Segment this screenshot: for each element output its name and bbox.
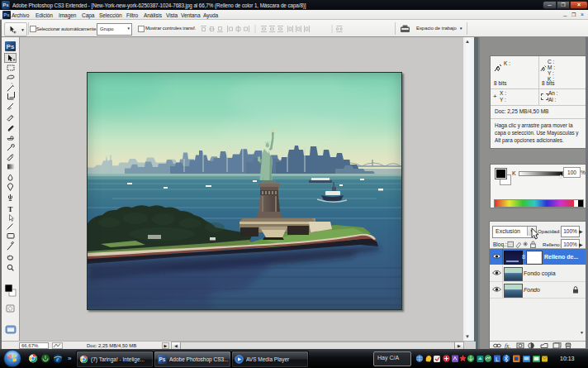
svg-text:»: » [68, 355, 72, 362]
svg-text:e: e [56, 355, 59, 363]
svg-text:L: L [496, 356, 499, 362]
svg-text:T: T [7, 205, 12, 213]
svg-text:Ps: Ps [7, 43, 15, 50]
svg-text:fx.: fx. [505, 342, 510, 349]
